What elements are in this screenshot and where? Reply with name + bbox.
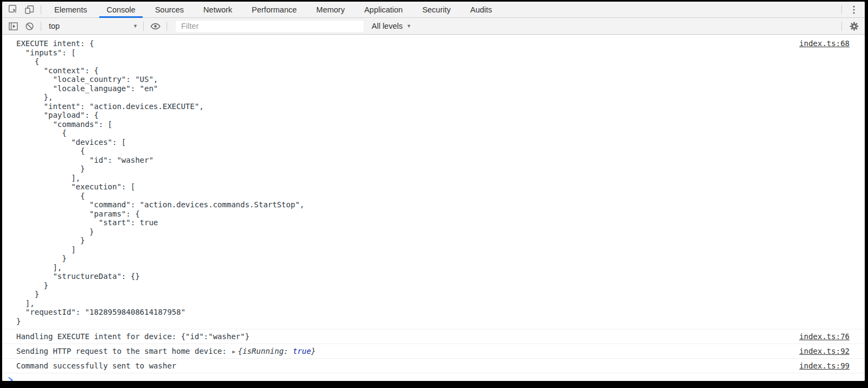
clear-console-icon xyxy=(24,21,35,31)
console-entry-sending: Sending HTTP request to the smart home d… xyxy=(2,344,865,359)
log-level-label: All levels xyxy=(372,22,403,30)
object-preview-value: true xyxy=(293,347,311,355)
divider xyxy=(41,5,41,14)
prompt-chevron-icon xyxy=(8,377,14,381)
eye-icon xyxy=(150,21,161,31)
gear-icon xyxy=(849,21,859,31)
console-messages: EXECUTE intent: { "inputs": [ { "context… xyxy=(2,35,865,381)
log-text: Sending HTTP request to the smart home d… xyxy=(16,347,799,357)
clear-console-button[interactable] xyxy=(21,19,37,33)
divider xyxy=(841,22,842,31)
tab-performance[interactable]: Performance xyxy=(245,2,304,18)
object-preview: {isRunning: true} xyxy=(238,347,316,355)
divider xyxy=(167,22,167,31)
tab-sources[interactable]: Sources xyxy=(148,2,191,18)
context-label: top xyxy=(49,22,60,30)
divider xyxy=(41,22,41,31)
tab-console[interactable]: Console xyxy=(99,2,142,18)
devtools-window: Elements Console Sources Network Perform… xyxy=(2,2,865,381)
log-text-prefix: Sending HTTP request to the smart home d… xyxy=(16,347,231,355)
execution-context-selector[interactable]: top ▼ xyxy=(47,20,140,33)
console-entry-command-sent: Command successfully sent to washer inde… xyxy=(2,359,865,373)
inspect-cursor-icon xyxy=(8,4,18,15)
console-sidebar-toggle-button[interactable] xyxy=(5,19,21,33)
live-expression-button[interactable] xyxy=(147,19,163,33)
divider xyxy=(143,22,144,31)
log-text: Command successfully sent to washer xyxy=(16,361,799,371)
object-preview-close: } xyxy=(311,347,315,355)
log-text: Handling EXECUTE intent for device: {"id… xyxy=(16,332,799,341)
chevron-down-icon: ▼ xyxy=(406,23,411,29)
source-link[interactable]: index.ts:68 xyxy=(799,39,850,48)
console-toolbar: top ▼ All levels ▼ xyxy=(2,18,865,35)
console-entry-handling: Handling EXECUTE intent for device: {"id… xyxy=(2,329,865,344)
kebab-menu-icon xyxy=(850,5,858,15)
inspect-element-button[interactable] xyxy=(5,3,21,17)
chevron-down-icon: ▼ xyxy=(133,23,138,29)
settings-button[interactable] xyxy=(846,19,862,33)
device-toolbar-button[interactable] xyxy=(21,3,37,17)
tab-network[interactable]: Network xyxy=(196,2,239,18)
console-entry-execute-intent: EXECUTE intent: { "inputs": [ { "context… xyxy=(2,35,865,329)
expand-triangle-icon[interactable]: ▶ xyxy=(232,349,235,354)
tab-application[interactable]: Application xyxy=(357,2,410,18)
tab-memory[interactable]: Memory xyxy=(309,2,352,18)
object-preview-open: {isRunning: xyxy=(238,347,293,355)
filter-input[interactable] xyxy=(176,21,363,32)
source-link[interactable]: index.ts:99 xyxy=(799,361,850,371)
sidebar-panel-icon xyxy=(8,21,18,31)
log-level-dropdown[interactable]: All levels ▼ xyxy=(372,20,411,33)
main-menu-button[interactable] xyxy=(846,3,862,17)
devtools-tabbar: Elements Console Sources Network Perform… xyxy=(2,2,865,18)
source-link[interactable]: index.ts:92 xyxy=(799,347,850,356)
log-text: EXECUTE intent: { "inputs": [ { "context… xyxy=(16,39,799,326)
tab-elements[interactable]: Elements xyxy=(47,2,94,18)
divider xyxy=(841,5,842,14)
device-toolbar-icon xyxy=(24,4,35,15)
tab-audits[interactable]: Audits xyxy=(463,2,499,18)
tab-security[interactable]: Security xyxy=(415,2,457,18)
console-prompt[interactable] xyxy=(2,373,865,381)
source-link[interactable]: index.ts:76 xyxy=(799,332,850,341)
